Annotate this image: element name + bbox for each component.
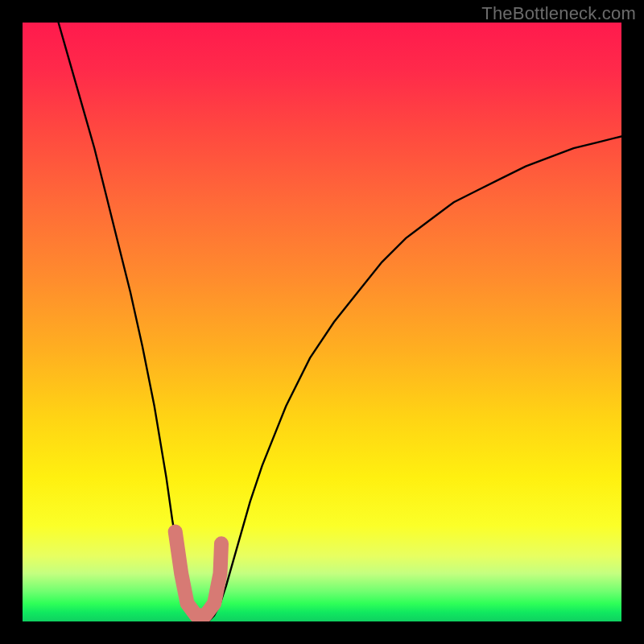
- chart-frame: TheBottleneck.com: [0, 0, 644, 644]
- curve-layer: [23, 23, 621, 621]
- plot-area: [23, 23, 621, 621]
- watermark-text: TheBottleneck.com: [481, 3, 636, 24]
- bottleneck-curve: [59, 23, 621, 621]
- highlight-marker: [175, 531, 221, 615]
